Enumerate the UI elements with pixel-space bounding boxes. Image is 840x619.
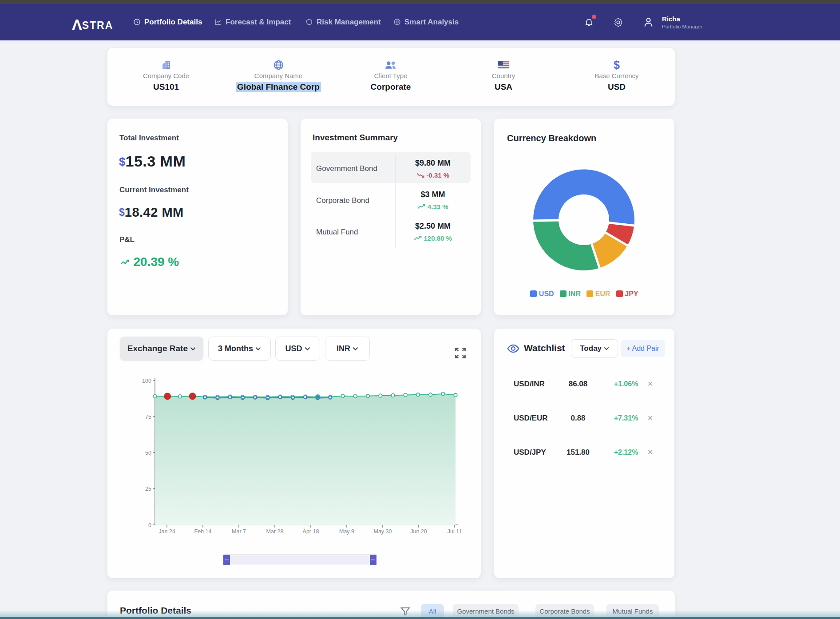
svg-text:Apr 18: Apr 18 (303, 528, 319, 535)
svg-text:Jan 24: Jan 24 (158, 528, 175, 535)
svg-text:Jun 20: Jun 20 (410, 528, 427, 535)
svg-text:Jul 11: Jul 11 (448, 528, 462, 535)
svg-text:25: 25 (145, 486, 151, 492)
svg-text:Mar 28: Mar 28 (266, 528, 284, 535)
svg-text:May 9: May 9 (339, 528, 354, 535)
svg-text:0: 0 (148, 522, 151, 528)
svg-text:May 30: May 30 (374, 528, 392, 535)
svg-text:100: 100 (142, 378, 151, 384)
svg-text:Mar 7: Mar 7 (232, 528, 246, 535)
svg-text:75: 75 (145, 414, 151, 420)
svg-text:Feb 14: Feb 14 (194, 528, 212, 535)
svg-text:50: 50 (145, 450, 151, 456)
